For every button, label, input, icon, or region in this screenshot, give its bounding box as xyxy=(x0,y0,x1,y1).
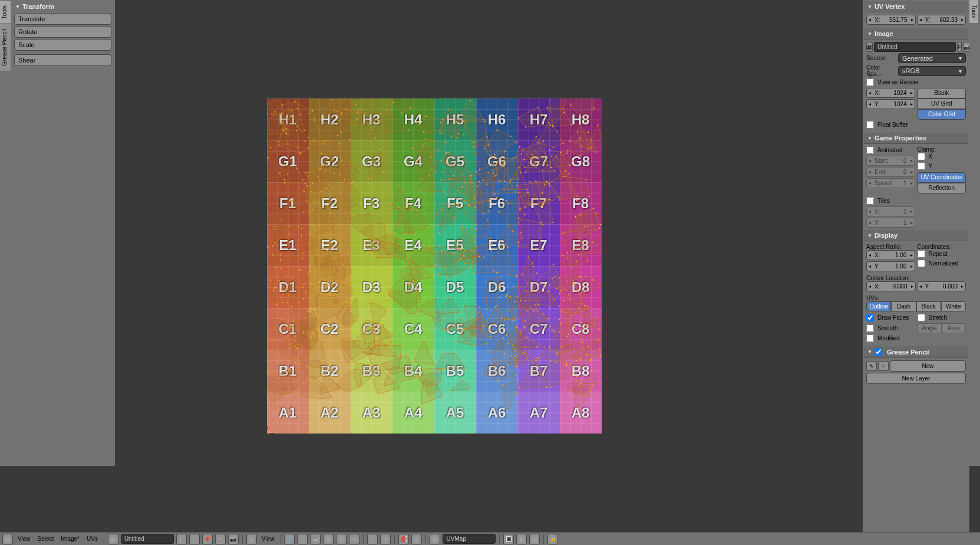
channel-alpha-icon[interactable]: ◧ xyxy=(516,534,527,544)
tiles-checkbox[interactable] xyxy=(866,197,874,205)
footer-uvmap-name[interactable] xyxy=(443,534,496,544)
footer-add-icon[interactable]: + xyxy=(189,534,200,544)
scale-button[interactable]: Scale xyxy=(14,39,111,51)
uv-grid-cell: B2 xyxy=(309,350,351,392)
stretch-checkbox[interactable] xyxy=(918,314,925,321)
image-res-x-field[interactable]: ◂X:1024▸ xyxy=(866,88,915,98)
image-res-y-field[interactable]: ◂Y:1024▸ xyxy=(866,99,915,109)
uv-style-black[interactable]: Black xyxy=(916,301,941,311)
snap-target-icon[interactable]: ⊞ xyxy=(411,534,422,544)
uv-grid-cell: D5 xyxy=(434,266,476,308)
pivot-dropdown-icon[interactable]: ⊕ xyxy=(246,534,257,544)
sel-edge-icon[interactable]: ▬ xyxy=(310,534,321,544)
uv-viewport[interactable]: H1H2H3H4H5H6H7H8G1G2G3G4G5G6G7G8F1F2F3F4… xyxy=(115,0,753,532)
repeat-checkbox[interactable] xyxy=(918,250,925,258)
uv-style-dash[interactable]: Dash xyxy=(891,301,916,311)
uv-style-outline[interactable]: Outline xyxy=(866,301,891,311)
lock-icon[interactable]: 🔒 xyxy=(547,534,558,544)
gp-add-icon[interactable]: + xyxy=(878,361,889,371)
sel-vertex-icon[interactable]: ▪ xyxy=(297,534,308,544)
gp-new-button[interactable]: New xyxy=(890,360,966,372)
gen-type-colorgrid[interactable]: Color Grid xyxy=(918,109,966,120)
uv-grid-cell: A4 xyxy=(392,392,434,434)
clamp-y-checkbox[interactable] xyxy=(918,162,925,170)
uv-grid-cell: H5 xyxy=(434,99,476,140)
channel-z-icon[interactable]: ▨ xyxy=(529,534,540,544)
tiles-y-field: ◂Y:1▸ xyxy=(866,218,915,228)
tab-grease-pencil[interactable]: Grease Pencil xyxy=(0,24,11,71)
normalized-checkbox[interactable] xyxy=(918,260,925,267)
footer-pin-icon[interactable]: 📌 xyxy=(202,534,213,544)
image-header[interactable]: Image xyxy=(864,28,968,40)
uv-vertex-header[interactable]: UV Vertex xyxy=(864,1,968,12)
image-name-field[interactable] xyxy=(874,42,956,52)
aspect-y-field[interactable]: ◂Y:1.00▸ xyxy=(866,261,915,271)
gp-browse-icon[interactable]: ✎ xyxy=(866,361,877,371)
uv-image-canvas[interactable]: H1H2H3H4H5H6H7H8G1G2G3G4G5G6G7G8F1F2F3F4… xyxy=(267,99,602,434)
uv-grid-cell: E2 xyxy=(309,224,351,266)
gp-new-layer-button[interactable]: New Layer xyxy=(866,373,966,384)
snap-icon[interactable]: 🧲 xyxy=(398,534,409,544)
footer-view-dropdown[interactable]: View xyxy=(259,536,277,542)
uvmap-browse-icon[interactable]: ▦ xyxy=(430,534,440,544)
footer-unlink-icon[interactable]: ✕ xyxy=(215,534,226,544)
image-unlink-icon[interactable]: 📷 xyxy=(963,42,970,52)
mapping-reflection[interactable]: Reflection xyxy=(918,183,966,193)
transform-panel-header[interactable]: Transform xyxy=(12,1,114,12)
grease-pencil-enabled-checkbox[interactable] xyxy=(875,348,882,356)
uv-style-white[interactable]: White xyxy=(941,301,966,311)
falloff-icon[interactable]: ◔ xyxy=(380,534,391,544)
sel-sync-icon[interactable]: 🔗 xyxy=(284,534,295,544)
draw-faces-checkbox[interactable] xyxy=(866,314,874,321)
colorspace-dropdown[interactable]: sRGB xyxy=(898,66,966,76)
uv-grid-cell: C3 xyxy=(351,308,392,350)
source-dropdown[interactable]: Generated xyxy=(898,53,966,63)
channel-rgb-icon[interactable]: 🔳 xyxy=(503,534,514,544)
cursor-y-field[interactable]: ◂Y:0.000▸ xyxy=(917,281,966,291)
uv-grid-cell: F4 xyxy=(392,182,434,224)
modified-checkbox[interactable] xyxy=(866,334,874,342)
display-header[interactable]: Display xyxy=(864,230,968,241)
float-buffer-checkbox[interactable] xyxy=(866,121,874,129)
view-as-render-checkbox[interactable] xyxy=(866,78,874,86)
menu-select[interactable]: Select xyxy=(35,536,57,542)
menu-image[interactable]: Image* xyxy=(58,536,82,542)
right-tab-tools[interactable]: Tools xyxy=(969,0,978,23)
uv-vertex-x-field[interactable]: ◂X:561.75▸ xyxy=(866,15,916,25)
clamp-x-checkbox[interactable] xyxy=(918,153,925,160)
footer-image-name[interactable] xyxy=(121,534,174,544)
sel-island-icon[interactable]: ▧ xyxy=(336,534,347,544)
smooth-checkbox[interactable] xyxy=(866,324,874,332)
aspect-x-field[interactable]: ◂X:1.00▸ xyxy=(866,250,915,260)
tiles-x-field: ◂X:1▸ xyxy=(866,206,915,216)
mapping-uv-coords[interactable]: UV Coordinates xyxy=(918,172,966,183)
animated-checkbox[interactable] xyxy=(866,146,874,154)
menu-uvs[interactable]: UVs xyxy=(84,536,100,542)
uv-grid-cell: H1 xyxy=(267,99,309,140)
sticky-sel-icon[interactable]: ◈ xyxy=(349,534,359,544)
anim-end-field: ◂End:0▸ xyxy=(866,167,915,177)
uv-grid-cell: G8 xyxy=(560,140,602,182)
uv-vertex-y-field[interactable]: ◂Y:602.33▸ xyxy=(917,15,966,25)
image-f-button[interactable]: F xyxy=(957,42,962,52)
tab-tools[interactable]: Tools xyxy=(0,0,11,24)
footer-image-browse-icon[interactable]: ▦ xyxy=(108,534,118,544)
cursor-x-field[interactable]: ◂X:0.000▸ xyxy=(866,281,916,291)
rotate-button[interactable]: Rotate xyxy=(14,26,111,38)
footer-camera-icon[interactable]: 📷 xyxy=(228,534,239,544)
menu-view[interactable]: View xyxy=(15,536,33,542)
footer-f-button[interactable]: F xyxy=(176,534,187,544)
proportional-icon[interactable]: ○ xyxy=(367,534,378,544)
editor-type-icon[interactable]: ▦ xyxy=(2,534,13,544)
translate-button[interactable]: Translate xyxy=(14,13,111,25)
grease-pencil-header[interactable]: Grease Pencil xyxy=(864,346,968,358)
shear-button[interactable]: Shear xyxy=(14,54,111,66)
sel-face-icon[interactable]: ▦ xyxy=(323,534,334,544)
gen-type-uvgrid[interactable]: UV Grid xyxy=(918,99,966,109)
image-browse-icon[interactable]: ▦ xyxy=(866,42,873,52)
game-props-header[interactable]: Game Properties xyxy=(864,133,968,144)
uv-grid-cell: C4 xyxy=(392,308,434,350)
uv-grid-cell: B3 xyxy=(351,350,392,392)
uv-grid-cell: D8 xyxy=(560,266,602,308)
gen-type-blank[interactable]: Blank xyxy=(918,88,966,99)
